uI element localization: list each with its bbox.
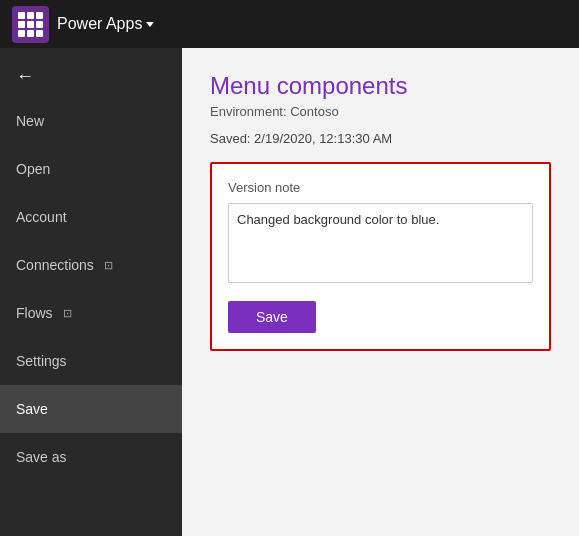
back-button[interactable]: ← bbox=[0, 56, 182, 97]
app-name[interactable]: Power Apps bbox=[57, 15, 154, 33]
main-content: Menu components Environment: Contoso Sav… bbox=[182, 48, 579, 536]
sidebar-item-account[interactable]: Account bbox=[0, 193, 182, 241]
page-title: Menu components bbox=[210, 72, 551, 100]
version-note-label: Version note bbox=[228, 180, 533, 195]
saved-info: Saved: 2/19/2020, 12:13:30 AM bbox=[210, 131, 551, 146]
sidebar-item-connections[interactable]: Connections ⊡ bbox=[0, 241, 182, 289]
sidebar-item-open[interactable]: Open bbox=[0, 145, 182, 193]
sidebar-item-save[interactable]: Save bbox=[0, 385, 182, 433]
sidebar-item-new[interactable]: New bbox=[0, 97, 182, 145]
sidebar-item-settings[interactable]: Settings bbox=[0, 337, 182, 385]
external-link-icon: ⊡ bbox=[104, 259, 113, 272]
version-card: Version note Changed background color to… bbox=[210, 162, 551, 351]
version-note-input[interactable]: Changed background color to blue. bbox=[228, 203, 533, 283]
sidebar: ← New Open Account Connections ⊡ Flows ⊡… bbox=[0, 48, 182, 536]
waffle-icon[interactable] bbox=[12, 6, 49, 43]
chevron-down-icon bbox=[146, 22, 154, 27]
back-arrow-icon: ← bbox=[16, 66, 34, 87]
save-button[interactable]: Save bbox=[228, 301, 316, 333]
sidebar-item-save-as[interactable]: Save as bbox=[0, 433, 182, 481]
app-header: Power Apps bbox=[0, 0, 579, 48]
environment-label: Environment: Contoso bbox=[210, 104, 551, 119]
sidebar-item-flows[interactable]: Flows ⊡ bbox=[0, 289, 182, 337]
external-link-icon: ⊡ bbox=[63, 307, 72, 320]
